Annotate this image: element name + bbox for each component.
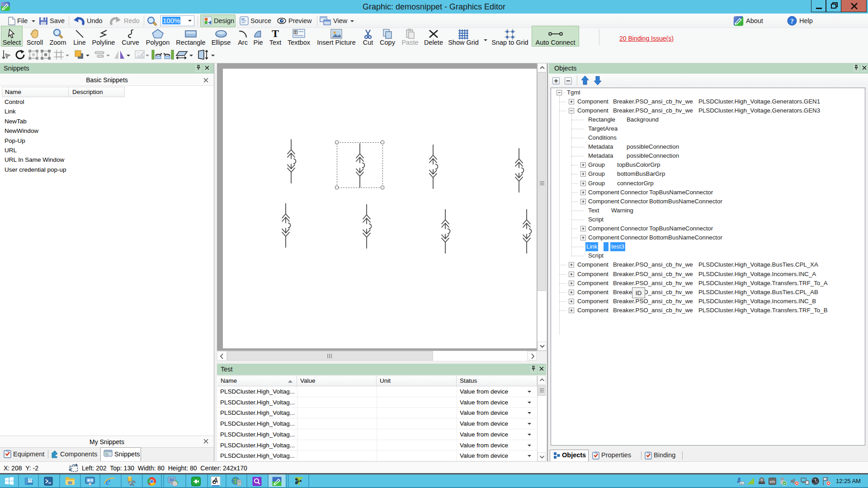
svg-text:?: ? bbox=[790, 18, 794, 25]
svg-text:T: T bbox=[294, 30, 297, 34]
svg-text:vm: vm bbox=[770, 479, 775, 484]
